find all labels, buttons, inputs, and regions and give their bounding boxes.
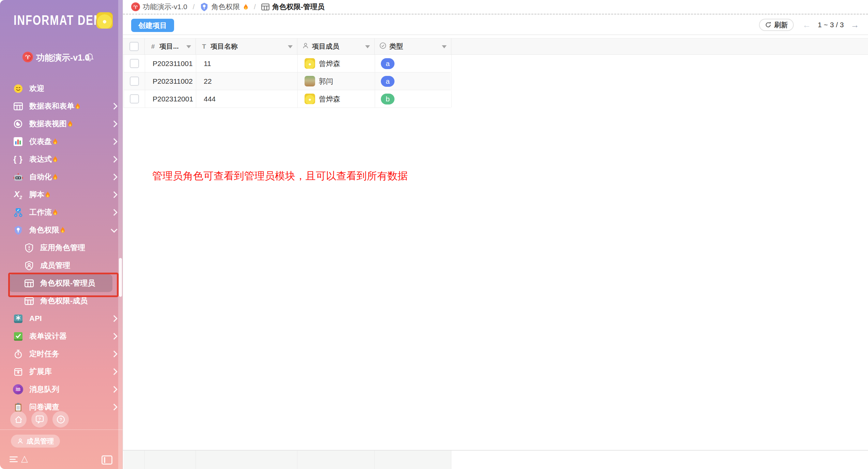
- sidebar-item-dataviews[interactable]: 数据表视图: [0, 115, 123, 133]
- member-avatar: [305, 94, 315, 104]
- sidebar-item-automation[interactable]: 自动化: [0, 168, 123, 186]
- workspace-name: 功能演示-v1.0: [36, 52, 90, 63]
- sidebar-item-extension-library[interactable]: 扩展库: [0, 363, 123, 381]
- column-header-type[interactable]: 类型: [375, 38, 451, 54]
- sidebar-item-label: API: [29, 314, 42, 323]
- row-checkbox[interactable]: [130, 59, 139, 68]
- sidebar-item-member-management[interactable]: 成员管理: [0, 257, 123, 274]
- breadcrumb-item-role-permissions[interactable]: 角色权限: [200, 2, 248, 12]
- sidebar-item-role-permissions[interactable]: 角色权限: [0, 221, 123, 239]
- sidebar-item-scripts[interactable]: X2 脚本: [0, 186, 123, 204]
- sidebar-item-dashboard[interactable]: 仪表盘: [0, 133, 123, 150]
- sidebar-item-message-queue[interactable]: ♒ 消息队列: [0, 381, 123, 398]
- row-checkbox-cell: [124, 72, 145, 90]
- footer-cell: [297, 451, 375, 469]
- workflow-icon: [12, 207, 24, 218]
- project-name-cell[interactable]: 444: [196, 90, 298, 108]
- project-id-cell[interactable]: P202311001: [145, 55, 196, 72]
- sidebar-item-label: 欢迎: [29, 83, 44, 94]
- braces-icon: { }: [12, 153, 24, 165]
- type-cell[interactable]: a: [375, 55, 452, 72]
- annotation-note: 管理员角色可查看到管理员模块，且可以查看到所有数据: [152, 169, 408, 183]
- fire-icon: [45, 191, 50, 198]
- breadcrumb-item-current[interactable]: 角色权限-管理员: [261, 2, 325, 12]
- project-member-cell[interactable]: 曾烨森: [298, 90, 375, 108]
- project-member-cell[interactable]: 曾烨森: [298, 55, 375, 72]
- refresh-button[interactable]: 刷新: [759, 19, 794, 31]
- table-header: # 项目... T 项目名称 项目成员 类型: [123, 38, 868, 55]
- row-checkbox[interactable]: [130, 77, 139, 86]
- pagination: ← 1 ~ 3 / 3 →: [803, 20, 859, 30]
- sidebar-item-label: 工作流: [29, 207, 52, 217]
- home-button[interactable]: [10, 411, 27, 427]
- column-dropdown-caret[interactable]: [288, 45, 293, 48]
- column-dropdown-caret[interactable]: [186, 45, 191, 48]
- sidebar-item-expressions[interactable]: { } 表达式: [0, 150, 123, 168]
- toolbar: 创建项目 刷新 ← 1 ~ 3 / 3 →: [123, 16, 868, 35]
- member-avatar: [305, 58, 315, 69]
- fire-icon: [60, 227, 65, 233]
- feedback-button[interactable]: ?: [31, 411, 48, 427]
- breadcrumb-separator: /: [193, 3, 195, 11]
- next-page-arrow[interactable]: →: [851, 20, 859, 30]
- sidebar-item-welcome[interactable]: 欢迎: [0, 80, 123, 97]
- create-project-button[interactable]: 创建项目: [131, 19, 174, 32]
- table-row[interactable]: P202311001 11 曾烨森 a: [124, 55, 451, 72]
- fire-icon: [52, 138, 58, 145]
- select-all-checkbox[interactable]: [129, 42, 139, 51]
- role-pin-icon: [12, 224, 24, 236]
- sidebar-item-form-designer[interactable]: 表单设计器: [0, 327, 123, 345]
- extension-box-icon: [12, 366, 24, 377]
- column-header-project-name[interactable]: T 项目名称: [196, 38, 297, 54]
- menu-icon[interactable]: [10, 456, 18, 463]
- table-row[interactable]: P202311002 22 郭闫 a: [124, 72, 451, 90]
- person-icon: [302, 42, 309, 51]
- fire-icon: [52, 209, 58, 216]
- chevron-right-icon: [111, 368, 118, 375]
- annotation-highlight-box: [8, 273, 119, 297]
- sidebar-scrollbar-thumb[interactable]: [119, 258, 122, 297]
- column-label: 项目成员: [312, 42, 339, 51]
- sidebar-item-api[interactable]: API: [0, 310, 123, 327]
- table-grid-icon: [12, 100, 24, 112]
- type-badge: b: [381, 94, 394, 104]
- column-header-project-id[interactable]: # 项目...: [145, 38, 196, 54]
- prev-page-arrow[interactable]: ←: [803, 20, 811, 30]
- workspace-avatar-lemon[interactable]: [96, 12, 113, 29]
- bell-icon[interactable]: [85, 53, 94, 63]
- chevron-right-icon: [111, 191, 118, 198]
- help-button[interactable]: ?: [52, 411, 69, 427]
- member-management-button[interactable]: 成员管理: [11, 435, 60, 448]
- breadcrumb-separator: /: [254, 3, 256, 11]
- eject-icon[interactable]: △: [21, 453, 28, 464]
- project-name-cell[interactable]: 11: [196, 55, 298, 72]
- pagination-range: 1 ~ 3 / 3: [818, 21, 844, 29]
- sidebar-item-app-role-management[interactable]: 应用角色管理: [0, 239, 123, 257]
- chevron-right-icon: [111, 103, 118, 110]
- sidebar-item-label: 表单设计器: [29, 331, 67, 341]
- smiley-icon: [12, 83, 24, 94]
- aquarius-circle-icon: ♒: [12, 384, 24, 395]
- svg-text:?: ?: [38, 417, 41, 421]
- sidebar-item-workflow[interactable]: 工作流: [0, 204, 123, 221]
- type-cell[interactable]: a: [375, 72, 452, 90]
- collapse-sidebar-icon[interactable]: [102, 455, 112, 465]
- column-header-project-members[interactable]: 项目成员: [297, 38, 375, 54]
- project-name-cell[interactable]: 22: [196, 72, 298, 90]
- script-x2-icon: X2: [12, 189, 24, 200]
- column-dropdown-caret[interactable]: [442, 45, 447, 48]
- member-name: 郭闫: [319, 77, 333, 86]
- text-type-icon: T: [201, 43, 207, 50]
- row-checkbox[interactable]: [130, 94, 139, 103]
- type-cell[interactable]: b: [375, 90, 452, 108]
- column-dropdown-caret[interactable]: [365, 45, 370, 48]
- project-member-cell[interactable]: 郭闫: [298, 72, 375, 90]
- sidebar-item-datatables[interactable]: 数据表和表单: [0, 97, 123, 115]
- breadcrumb-item-workspace[interactable]: ♈ 功能演示-v1.0: [131, 2, 187, 12]
- project-id-cell[interactable]: P202311002: [145, 72, 196, 90]
- sidebar-item-scheduled-tasks[interactable]: 定时任务: [0, 345, 123, 363]
- project-id-cell[interactable]: P202312001: [145, 90, 196, 108]
- table-row[interactable]: P202312001 444 曾烨森 b: [124, 90, 451, 108]
- chevron-right-icon: [111, 138, 118, 145]
- data-view-icon: [12, 118, 24, 130]
